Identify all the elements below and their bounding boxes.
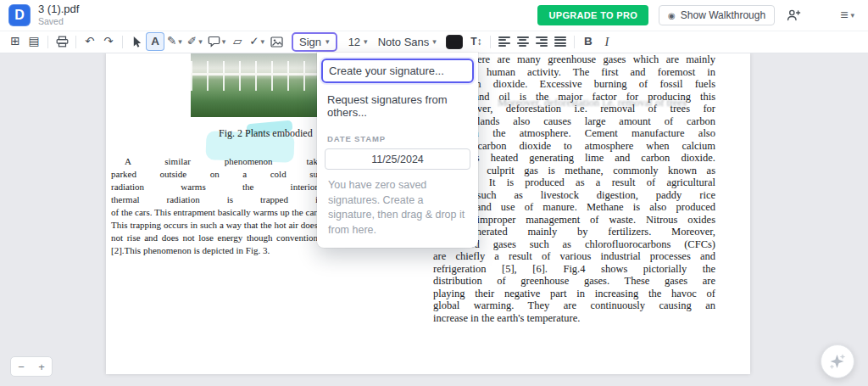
align-center-icon <box>517 36 529 47</box>
ai-assistant-button[interactable] <box>821 344 854 378</box>
text-line: distribution of greenhouse gases. These … <box>433 275 715 288</box>
upgrade-to-pro-button[interactable]: UPGRADE TO PRO <box>537 5 648 25</box>
toolbar-divider <box>490 36 491 48</box>
text-line: radiation warms the interior <box>111 181 318 193</box>
toolbar-divider <box>47 36 48 48</box>
font-family-select[interactable]: Noto Sans ▾ <box>373 32 442 51</box>
redo-button[interactable]: ↷ <box>99 32 118 51</box>
text-line: playing their negative part in increasin… <box>433 288 715 300</box>
sign-label: Sign <box>299 36 321 48</box>
select-cursor-icon <box>131 36 142 48</box>
add-user-button[interactable] <box>785 7 803 24</box>
toolbar-divider <box>75 36 76 48</box>
print-button[interactable] <box>53 32 71 51</box>
insert-image-button[interactable] <box>267 32 286 51</box>
editor-toolbar: ⊞ ▤ ↶ ↷ A ✎ ▾ ✐ ▾ ▾ ▱ ✓ ▾ <box>0 31 868 53</box>
main-menu-button[interactable]: ≡ ▾ <box>835 7 860 24</box>
app-logo[interactable]: D <box>8 4 31 26</box>
sign-dropdown-menu: Create your signature... Request signatu… <box>317 53 478 248</box>
text-line: This trapping occurs in such a way that … <box>111 219 318 232</box>
file-name[interactable]: 3 (1).pdf <box>38 3 79 15</box>
figure-2-caption: Fig. 2 Plants embodied <box>219 127 313 140</box>
walkthrough-label: Show Walkthrough <box>681 9 765 21</box>
text-line: global warming. They are continuously ca… <box>433 299 715 312</box>
chevron-down-icon: ▾ <box>326 37 330 46</box>
text-line: of the cars. This entrapment basically w… <box>111 206 318 219</box>
chevron-down-icon: ▾ <box>178 37 182 46</box>
check-tool-button[interactable]: ✓ ▾ <box>247 32 267 51</box>
text-line: [2].This phenomenon is depicted in Fig. … <box>111 244 318 257</box>
highlighter-icon: ✐ <box>187 36 197 48</box>
show-walkthrough-button[interactable]: ◉ Show Walkthrough <box>659 5 775 25</box>
erase-tool-button[interactable]: ▱ <box>228 32 247 51</box>
print-icon <box>56 36 69 48</box>
grid-icon: ⊞ <box>10 36 19 48</box>
bold-icon: B <box>584 36 593 48</box>
eraser-icon: ▱ <box>233 36 242 48</box>
chevron-down-icon: ▾ <box>364 37 368 46</box>
font-family-value: Noto Sans <box>378 36 430 48</box>
image-icon <box>270 36 283 48</box>
zoom-out-button[interactable]: − <box>11 357 31 376</box>
signatures-empty-note: You have zero saved signatures. Create a… <box>317 170 478 238</box>
color-swatch[interactable] <box>446 35 463 49</box>
page-thumbnails-button[interactable]: ▤ <box>25 32 43 51</box>
align-right-button[interactable] <box>532 32 551 51</box>
zoom-control: − + <box>10 356 53 377</box>
text-line: increase in the earth's temperature. <box>433 312 715 325</box>
text-tool-icon: A <box>151 36 159 48</box>
align-center-button[interactable] <box>514 32 532 51</box>
font-size-select[interactable]: 12 ▾ <box>343 32 373 51</box>
text-tool-button[interactable]: A <box>146 32 164 51</box>
zoom-in-button[interactable]: + <box>31 357 52 376</box>
align-right-icon <box>536 36 548 47</box>
hamburger-icon: ≡ <box>840 8 848 23</box>
toolbar-divider <box>122 36 123 48</box>
sign-button[interactable]: Sign ▾ <box>292 32 337 52</box>
chevron-down-icon: ▾ <box>261 37 265 46</box>
italic-icon: I <box>604 36 609 48</box>
chevron-down-icon: ▾ <box>222 37 226 46</box>
date-stamp-heading: DATE STAMP <box>317 125 478 148</box>
plus-icon: + <box>38 361 45 373</box>
comment-tool-button[interactable]: ▾ <box>205 32 229 51</box>
create-signature-item[interactable]: Create your signature... <box>321 59 474 83</box>
italic-button[interactable]: I <box>598 32 616 51</box>
minus-icon: − <box>18 361 25 373</box>
align-justify-icon <box>554 36 566 47</box>
add-user-icon <box>787 8 801 22</box>
grid-view-button[interactable]: ⊞ <box>6 32 25 51</box>
text-size-button[interactable]: T↕ <box>467 32 486 51</box>
undo-button[interactable]: ↶ <box>81 32 99 51</box>
align-left-icon <box>498 36 510 47</box>
comment-icon <box>208 36 220 48</box>
chevron-down-icon: ▾ <box>850 11 854 20</box>
text-line: refrigeration [5], [6]. Fig.4 shows pict… <box>433 263 715 276</box>
draw-tool-button[interactable]: ✎ ▾ <box>164 32 185 51</box>
text-line: parked outside on a cold su <box>111 168 318 181</box>
sparkle-icon <box>828 352 847 371</box>
font-size-value: 12 <box>348 36 360 48</box>
figure-2-image <box>191 53 325 117</box>
file-meta: 3 (1).pdf Saved <box>38 3 79 27</box>
bold-button[interactable]: B <box>579 32 598 51</box>
pen-icon: ✎ <box>167 36 176 48</box>
save-status: Saved <box>38 17 79 27</box>
align-left-button[interactable] <box>495 32 514 51</box>
redo-icon: ↷ <box>103 36 113 48</box>
select-tool-button[interactable] <box>127 32 146 51</box>
text-line: A similar phenomenon tak <box>111 155 318 168</box>
highlight-tool-button[interactable]: ✐ ▾ <box>185 32 205 51</box>
undo-icon: ↶ <box>85 36 94 48</box>
walkthrough-icon: ◉ <box>668 11 676 20</box>
check-icon: ✓ <box>249 36 259 48</box>
request-signatures-item[interactable]: Request signatures from others... <box>317 87 478 125</box>
text-line: not rise and does not lose energy though… <box>111 232 318 244</box>
toolbar-divider <box>574 36 575 48</box>
text-line: are chiefly a result of various industri… <box>433 250 715 263</box>
pages-icon: ▤ <box>29 36 40 48</box>
align-justify-button[interactable] <box>551 32 570 51</box>
date-stamp-field[interactable]: 11/25/2024 <box>325 148 470 170</box>
text-size-icon: T↕ <box>470 36 481 47</box>
logo-letter: D <box>14 8 25 23</box>
